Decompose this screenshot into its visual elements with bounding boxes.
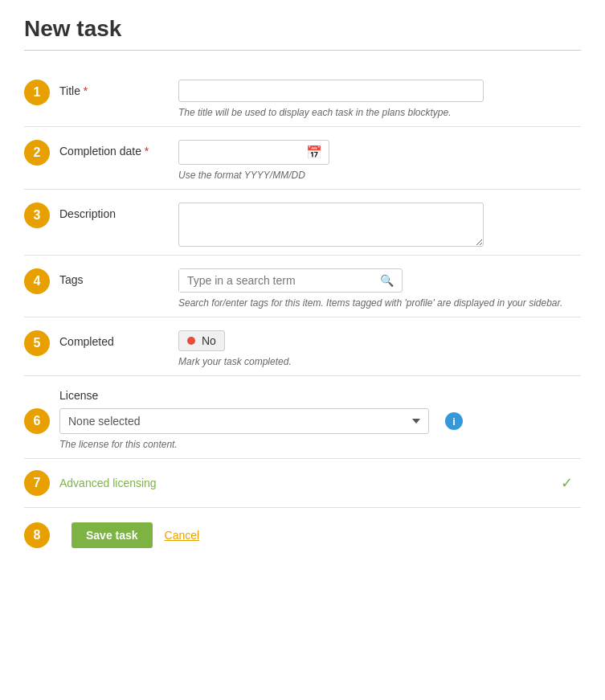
calendar-icon[interactable]: 📅 <box>300 141 329 164</box>
step-badge-2: 2 <box>24 140 50 166</box>
completion-date-field-content: Completion date * 📅 Use the format YYYY/… <box>59 140 581 181</box>
license-select-wrapper: 6 None selected CC0 - Public Domain CC B… <box>24 408 429 434</box>
description-label: Description <box>59 203 178 220</box>
tags-hint: Search for/enter tags for this item. Ite… <box>178 297 581 309</box>
step-badge-8: 8 <box>24 522 50 548</box>
license-hint: The license for this content. <box>59 439 581 450</box>
step-badge-1: 1 <box>24 80 50 105</box>
license-label: License <box>59 389 581 402</box>
date-wrapper: 📅 <box>178 140 329 165</box>
info-icon[interactable]: i <box>445 412 463 430</box>
description-field-content: Description <box>59 203 581 247</box>
tags-search-wrapper: 🔍 <box>178 268 403 293</box>
tags-field-content: Tags 🔍 Search for/enter tags for this it… <box>59 268 581 309</box>
license-select-row: 6 None selected CC0 - Public Domain CC B… <box>24 408 581 434</box>
step-badge-6: 6 <box>24 408 50 434</box>
completed-hint: Mark your task completed. <box>178 356 581 367</box>
completion-date-row-top: Completion date * 📅 <box>59 140 581 165</box>
completed-row-top: Completed No <box>59 330 581 351</box>
title-label: Title * <box>59 80 178 97</box>
description-row-top: Description <box>59 203 581 247</box>
description-row: 3 Description <box>24 190 581 256</box>
title-row-top: Title * <box>59 80 581 102</box>
step-badge-3: 3 <box>24 203 50 228</box>
tags-input[interactable] <box>179 269 372 292</box>
completion-date-hint: Use the format YYYY/MM/DD <box>178 170 581 181</box>
tags-row: 4 Tags 🔍 Search for/enter tags for this … <box>24 256 581 317</box>
title-divider <box>24 50 581 51</box>
chevron-down-icon: ✓ <box>561 474 573 492</box>
toggle-label: No <box>202 334 216 347</box>
title-row: 1 Title * The title will be used to disp… <box>24 67 581 127</box>
advanced-licensing-label: Advanced licensing <box>59 477 561 489</box>
step-badge-7: 7 <box>24 470 50 496</box>
tags-label: Tags <box>59 268 178 286</box>
title-hint: The title will be used to display each t… <box>178 107 581 118</box>
toggle-dot <box>187 337 195 345</box>
save-button[interactable]: Save task <box>72 522 153 548</box>
description-input[interactable] <box>178 203 484 247</box>
completed-row: 5 Completed No Mark your task completed. <box>24 317 581 376</box>
title-input[interactable] <box>178 80 484 102</box>
actions-row: 8 Save task Cancel <box>24 508 581 556</box>
completed-field-content: Completed No Mark your task completed. <box>59 330 581 367</box>
cancel-button[interactable]: Cancel <box>165 529 200 542</box>
completed-toggle[interactable]: No <box>178 330 225 351</box>
license-select[interactable]: None selected CC0 - Public Domain CC BY … <box>59 408 429 434</box>
advanced-licensing-row[interactable]: 7 Advanced licensing ✓ <box>24 459 581 508</box>
completion-date-input[interactable] <box>179 142 300 163</box>
license-row: License 6 None selected CC0 - Public Dom… <box>24 376 581 459</box>
completed-label: Completed <box>59 330 178 348</box>
step-badge-4: 4 <box>24 268 50 294</box>
tags-row-top: Tags 🔍 <box>59 268 581 293</box>
search-icon: 🔍 <box>372 269 402 292</box>
page-title: New task <box>24 16 581 42</box>
completion-date-row: 2 Completion date * 📅 Use the format YYY… <box>24 127 581 190</box>
step-badge-5: 5 <box>24 330 50 356</box>
completion-date-label: Completion date * <box>59 140 178 158</box>
title-field-content: Title * The title will be used to displa… <box>59 80 581 118</box>
